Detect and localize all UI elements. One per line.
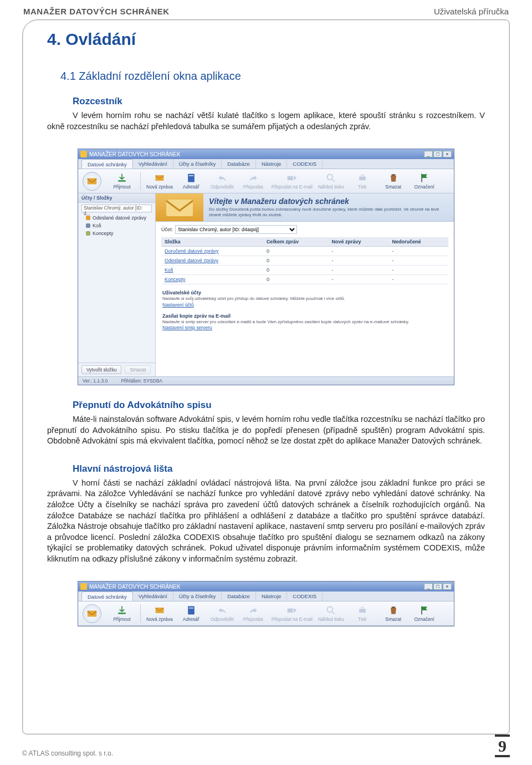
tab-datove-schranky[interactable]: Datové schránky [81, 591, 133, 601]
account-select[interactable]: Stanislav Chromý, autor [ID: d4aqxij] [175, 225, 297, 234]
svg-rect-1 [118, 180, 125, 182]
toolbar-prijmout[interactable]: Přijmout [109, 172, 135, 190]
book-icon [186, 172, 197, 183]
download-icon [116, 605, 127, 616]
summary-table: Složka Celkem zpráv Nové zprávy Nedoruče… [161, 237, 448, 284]
maximize-icon[interactable]: □ [433, 583, 442, 590]
toolbar-preposlat[interactable]: Přeposlat [241, 172, 266, 190]
toolbar-oznaceni[interactable]: Označení [412, 172, 437, 190]
delete-folder-button[interactable]: Smazat [125, 365, 151, 374]
status-login: Přihlášen: SYSDBA [121, 378, 162, 384]
chapter-title: 4. Ovládání [47, 30, 485, 49]
sub1-title: Rozcestník [73, 96, 485, 107]
sidebar-account-combo[interactable]: Stanislav Chromý, autor [ID: d... [81, 205, 152, 212]
toolbar-preposlat-email[interactable]: Přeposlat na E-mail [272, 172, 313, 190]
th-slozka: Složka [161, 237, 263, 247]
svg-rect-15 [189, 608, 193, 609]
forward-icon [248, 172, 259, 183]
tab-vyhledavani[interactable]: Vyhledávání [133, 591, 173, 601]
toolbar-nova-zprava[interactable]: Nová zpráva [146, 172, 173, 190]
table-row: Koncepty0-- [161, 275, 448, 284]
link-nastaveni-uctu[interactable]: Nastavení účtů [162, 302, 194, 308]
tab-nastroje[interactable]: Nástroje [256, 159, 287, 169]
trash-icon [388, 172, 399, 183]
rozcestnik-button[interactable] [83, 604, 101, 623]
tab-codexis[interactable]: CODEXIS [287, 159, 323, 169]
block-rozcestnik: Rozcestník V levém horním rohu se nacház… [47, 96, 485, 132]
toolbar-smazat[interactable]: Smazat [381, 605, 406, 622]
rozcestnik-button[interactable] [83, 172, 101, 191]
toolbar-adresar[interactable]: Adresář [178, 605, 204, 622]
toolbar-nahled[interactable]: Náhled tisku [318, 172, 344, 190]
table-row: Odeslané datové zprávy0-- [161, 256, 448, 266]
toolbar-tisk[interactable]: Tisk [350, 605, 375, 622]
window-title: MANAŽER DATOVÝCH SCHRÁNEK [89, 584, 181, 590]
page-header: MANAŽER DATOVÝCH SCHRÁNEK Uživatelská př… [22, 7, 510, 18]
link-nastaveni-smtp[interactable]: Nastavení smtp serveru [162, 325, 212, 330]
window-title: MANAŽER DATOVÝCH SCHRÁNEK [89, 151, 181, 157]
block-lista: Hlavní nástrojová lišta V horní části se… [47, 463, 485, 565]
svg-rect-0 [88, 178, 97, 184]
create-folder-button[interactable]: Vytvořit složku [81, 365, 121, 374]
toolbar-smazat[interactable]: Smazat [381, 172, 406, 190]
toolbar-odpovedet[interactable]: Odpovědět [209, 605, 235, 622]
status-bar: Ver.: 1.1.3.0 Přihlášen: SYSDBA [78, 376, 454, 385]
toolbar-nova-zprava[interactable]: Nová zpráva [146, 605, 173, 622]
svg-rect-8 [360, 174, 364, 176]
th-nove: Nové zprávy [328, 237, 388, 247]
tab-databaze[interactable]: Databáze [222, 591, 256, 601]
tab-codexis[interactable]: CODEXIS [287, 591, 323, 601]
table-row: Doručené datové zprávy0-- [161, 247, 448, 256]
minimize-icon[interactable]: _ [424, 583, 433, 590]
folder-icon [86, 216, 90, 220]
toolbar-oznaceni[interactable]: Označení [412, 605, 437, 622]
th-nedorucene: Nedoručené [389, 237, 448, 247]
sidebar-item-koncepty[interactable]: Koncepty [78, 230, 155, 237]
sidebar-item-odeslane[interactable]: Odeslané datové zprávy [78, 214, 155, 222]
toolbar-tisk[interactable]: Tisk [350, 172, 375, 190]
print-icon [357, 172, 368, 183]
minimize-icon[interactable]: _ [424, 151, 433, 157]
toolbar-preposlat[interactable]: Přeposlat [241, 605, 266, 622]
toolbar-nahled[interactable]: Náhled tisku [318, 605, 344, 622]
forward-mail-icon [287, 172, 298, 183]
svg-rect-18 [359, 609, 366, 613]
maximize-icon[interactable]: □ [433, 151, 442, 157]
svg-rect-9 [391, 174, 395, 176]
app-icon [80, 583, 87, 590]
toolbar-odpovedet[interactable]: Odpovědět [209, 172, 235, 190]
print-icon [357, 605, 368, 616]
tab-vyhledavani[interactable]: Vyhledávání [133, 159, 173, 169]
svg-rect-10 [166, 200, 193, 216]
header-subtitle: Uživatelská příručka [434, 7, 509, 16]
mail-icon [154, 605, 165, 616]
sidebar-item-kos[interactable]: Koš [78, 222, 155, 230]
tab-nastroje[interactable]: Nástroje [256, 591, 287, 601]
download-icon [116, 172, 127, 183]
reply-icon [217, 605, 228, 616]
forward-mail-icon [287, 605, 298, 616]
ribbon-tabs: Datové schránky Vyhledávání Účty a čísel… [78, 159, 454, 169]
svg-rect-4 [189, 175, 193, 176]
toolbar-preposlat-email[interactable]: Přeposlat na E-mail [272, 605, 313, 622]
toolbar-adresar[interactable]: Adresář [178, 172, 204, 190]
toolbar: Přijmout Nová zpráva Adresář Odpovědět P… [78, 169, 454, 193]
flag-icon [419, 605, 430, 616]
folder-icon [86, 231, 90, 236]
toolbar-prijmout[interactable]: Přijmout [109, 605, 135, 622]
close-icon[interactable]: × [443, 583, 452, 590]
tab-databaze[interactable]: Databáze [222, 159, 256, 169]
sidebar-title: Účty / Složky [78, 193, 155, 203]
welcome-subtext: Do složky Doručená pošta budou zobrazová… [209, 207, 448, 218]
svg-rect-2 [155, 175, 163, 181]
copyright: © ATLAS consulting spol. s r.o. [22, 749, 113, 757]
tab-datove-schranky[interactable]: Datové schránky [81, 159, 133, 169]
tab-ucty[interactable]: Účty a číselníky [173, 159, 222, 169]
ribbon-tabs: Datové schránky Vyhledávání Účty a čísel… [78, 591, 454, 601]
tab-ucty[interactable]: Účty a číselníky [173, 591, 222, 601]
close-icon[interactable]: × [443, 151, 452, 157]
trash-icon [388, 605, 399, 616]
svg-rect-20 [391, 607, 395, 609]
preview-icon [325, 605, 336, 616]
welcome-heading: Vítejte v Manažeru datových schránek [209, 197, 448, 206]
